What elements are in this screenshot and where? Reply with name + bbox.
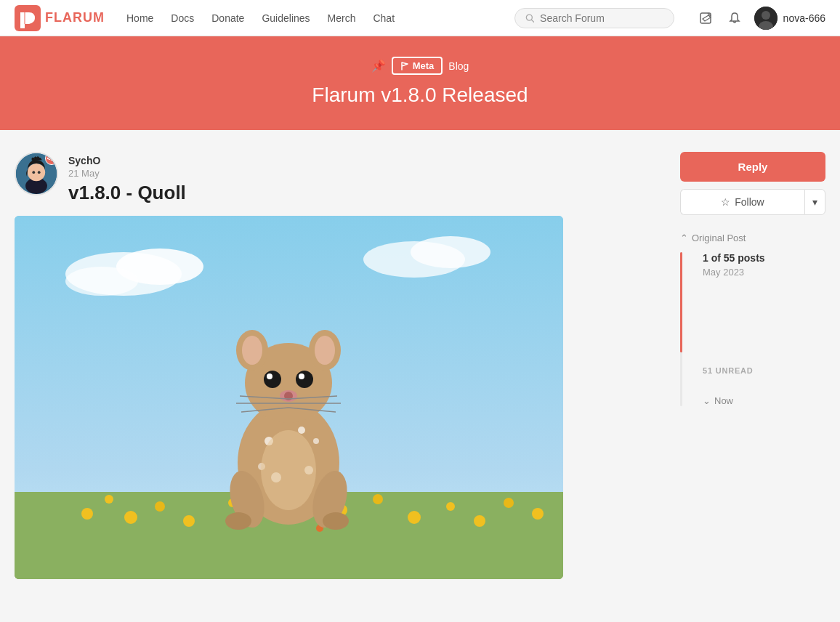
post-date: 21 May bbox=[68, 168, 186, 179]
bell-icon bbox=[728, 12, 741, 25]
sidebar: Reply ☆ Follow ▾ ⌃ Original Post 1 of 55… bbox=[680, 152, 825, 406]
tag-blog[interactable]: Blog bbox=[448, 60, 469, 72]
navbar-icons: nova-666 bbox=[696, 7, 825, 30]
svg-point-22 bbox=[105, 495, 113, 504]
flarum-logo-icon bbox=[15, 5, 41, 31]
post-image bbox=[15, 216, 563, 579]
svg-point-11 bbox=[32, 171, 35, 174]
svg-point-16 bbox=[65, 267, 138, 296]
post-area: </> SychO 21 May v1.8.0 - Quoll bbox=[15, 152, 651, 579]
compose-button[interactable] bbox=[696, 9, 715, 28]
svg-point-32 bbox=[504, 498, 514, 508]
nav-links: Home Docs Donate Guidelines Merch Chat bbox=[119, 8, 500, 28]
post-navigator: ⌃ Original Post 1 of 55 posts May 2023 5… bbox=[680, 233, 825, 406]
nav-chat[interactable]: Chat bbox=[366, 8, 402, 28]
svg-point-23 bbox=[124, 511, 137, 524]
svg-point-64 bbox=[261, 430, 316, 510]
svg-point-42 bbox=[313, 438, 319, 444]
svg-point-62 bbox=[225, 512, 251, 530]
search-bar[interactable] bbox=[514, 8, 674, 28]
chevron-down-icon-now: ⌄ bbox=[703, 395, 711, 406]
svg-point-5 bbox=[762, 11, 770, 20]
follow-button[interactable]: ☆ Follow bbox=[680, 189, 804, 215]
svg-point-25 bbox=[183, 515, 195, 527]
post-nav-date: May 2023 bbox=[703, 267, 825, 278]
svg-point-28 bbox=[373, 494, 383, 504]
svg-point-46 bbox=[242, 336, 262, 365]
follow-row: ☆ Follow ▾ bbox=[680, 189, 825, 215]
tag-meta[interactable]: Meta bbox=[392, 57, 443, 75]
post-count: 1 of 55 posts bbox=[703, 252, 825, 264]
svg-point-47 bbox=[315, 336, 335, 365]
post-header: </> SychO 21 May v1.8.0 - Quoll bbox=[15, 152, 651, 204]
star-icon: ☆ bbox=[721, 196, 730, 208]
post-title: v1.8.0 - Quoll bbox=[68, 182, 186, 204]
brand-name: FLARUM bbox=[45, 10, 105, 25]
author-name[interactable]: SychO bbox=[68, 155, 186, 166]
compose-icon bbox=[699, 12, 712, 25]
svg-point-31 bbox=[474, 515, 485, 527]
svg-point-12 bbox=[38, 171, 41, 174]
svg-point-50 bbox=[267, 373, 272, 379]
nav-docs[interactable]: Docs bbox=[163, 8, 201, 28]
svg-point-38 bbox=[298, 427, 305, 434]
unread-label: 51 UNREAD bbox=[703, 366, 825, 375]
follow-dropdown-button[interactable]: ▾ bbox=[804, 189, 825, 215]
nav-merch[interactable]: Merch bbox=[320, 8, 363, 28]
search-input[interactable] bbox=[540, 12, 663, 24]
avatar[interactable] bbox=[754, 7, 778, 30]
svg-point-33 bbox=[532, 508, 544, 520]
chevron-up-icon: ⌃ bbox=[680, 233, 688, 243]
timeline: 1 of 55 posts May 2023 51 UNREAD ⌄ Now bbox=[680, 252, 825, 406]
svg-point-51 bbox=[299, 373, 304, 379]
pin-icon: 📌 bbox=[371, 59, 386, 73]
hero-title: Flarum v1.8.0 Released bbox=[15, 84, 825, 107]
svg-point-49 bbox=[296, 371, 313, 388]
logo[interactable]: FLARUM bbox=[15, 5, 105, 31]
post-image-container bbox=[15, 216, 563, 579]
avatar-image bbox=[754, 7, 778, 30]
post-meta: SychO 21 May v1.8.0 - Quoll bbox=[68, 152, 186, 204]
now-link[interactable]: ⌄ Now bbox=[703, 395, 825, 406]
flag-icon bbox=[400, 62, 409, 70]
developer-badge: </> bbox=[45, 152, 58, 165]
svg-point-10 bbox=[28, 163, 45, 181]
post-illustration bbox=[15, 216, 563, 579]
svg-line-2 bbox=[531, 20, 533, 22]
svg-point-29 bbox=[408, 511, 421, 524]
nav-guidelines[interactable]: Guidelines bbox=[254, 8, 317, 28]
svg-point-30 bbox=[446, 502, 455, 511]
reply-button[interactable]: Reply bbox=[680, 152, 825, 182]
svg-point-18 bbox=[411, 236, 490, 268]
notifications-button[interactable] bbox=[725, 9, 744, 28]
svg-point-21 bbox=[81, 508, 93, 520]
navbar: FLARUM Home Docs Donate Guidelines Merch… bbox=[0, 0, 840, 36]
username[interactable]: nova-666 bbox=[783, 12, 825, 24]
timeline-active bbox=[680, 252, 682, 352]
original-post-link[interactable]: ⌃ Original Post bbox=[680, 233, 825, 243]
author-avatar[interactable]: </> bbox=[15, 152, 58, 195]
chevron-down-icon: ▾ bbox=[812, 196, 817, 208]
svg-point-24 bbox=[155, 501, 165, 512]
main-content: </> SychO 21 May v1.8.0 - Quoll bbox=[0, 130, 840, 601]
timeline-content: 1 of 55 posts May 2023 51 UNREAD ⌄ Now bbox=[692, 252, 825, 406]
svg-point-63 bbox=[323, 512, 349, 530]
nav-donate[interactable]: Donate bbox=[204, 8, 251, 28]
search-icon bbox=[525, 13, 534, 23]
nav-home[interactable]: Home bbox=[119, 8, 161, 28]
user-menu[interactable]: nova-666 bbox=[754, 7, 825, 30]
hero-banner: 📌 Meta Blog Flarum v1.8.0 Released bbox=[0, 36, 840, 130]
hero-tags: 📌 Meta Blog bbox=[15, 57, 825, 75]
svg-point-48 bbox=[264, 371, 281, 388]
